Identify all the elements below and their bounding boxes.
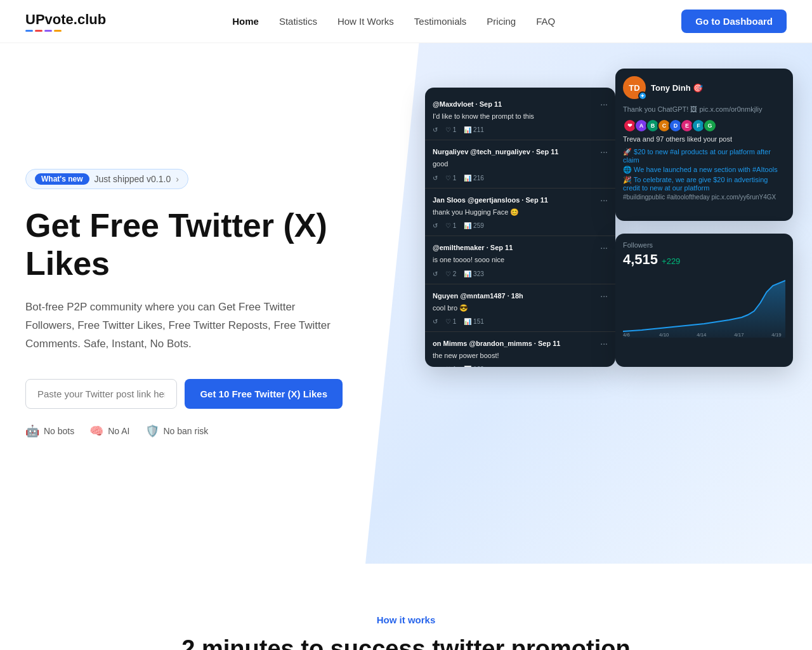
chart-delta: +229: [662, 256, 680, 266]
navbar: UPvote.club Home Statistics How It Works…: [0, 0, 812, 43]
notif-item-3: 🎉 To celebrate, we are give $20 in adver…: [623, 176, 785, 192]
table-row: @Maxdvloet · Sep 11 ··· I'd like to know…: [425, 93, 615, 140]
chart-count: 4,515: [623, 251, 658, 268]
hero-input-row: Get 10 Free Twitter (X) Likes: [25, 379, 343, 409]
chart-area: 4/6 4/10 4/14 4/17 4/19: [623, 274, 785, 338]
robot-icon: 🤖: [25, 424, 39, 438]
how-it-works-section: How it works 2 minutes to success twitte…: [0, 564, 812, 650]
table-row: on Mimms @brandon_mimms · Sep 11 ··· the…: [425, 332, 615, 367]
trust-no-ai: 🧠 No AI: [89, 424, 129, 438]
trust-no-bots-label: No bots: [44, 426, 74, 436]
badge-label: What's new: [35, 173, 89, 185]
shield-icon: 🛡️: [145, 424, 159, 438]
notification-mockup: TD ✦ Tony Dinh 🎯 Thank you ChatGPT! 🖼 pi…: [615, 69, 793, 221]
notif-item-1: 🚀 $20 to new #al products at our platfor…: [623, 148, 785, 164]
twitter-link-input[interactable]: [25, 379, 177, 409]
trust-badges: 🤖 No bots 🧠 No AI 🛡️ No ban risk: [25, 424, 343, 438]
svg-text:4/17: 4/17: [734, 332, 743, 338]
chart-svg: 4/6 4/10 4/14 4/17 4/19: [623, 274, 785, 338]
svg-text:4/6: 4/6: [623, 332, 631, 338]
table-row: Nguyen @mntam1487 · 18h ··· cool bro 😎 ↺…: [425, 284, 615, 332]
ai-icon: 🧠: [89, 424, 103, 438]
trust-no-ban-label: No ban risk: [164, 426, 209, 436]
nav-testimonials[interactable]: Testimonials: [414, 16, 467, 27]
nav-how-it-works[interactable]: How It Works: [337, 16, 394, 27]
notif-likes-text: Treva and 97 others liked your post: [623, 135, 785, 143]
how-it-works-title: 2 minutes to success twitter promotion: [25, 635, 787, 650]
logo-text: UPvote.club: [25, 11, 106, 28]
table-row: Jan Sloos @geertjansloos · Sep 11 ··· th…: [425, 189, 615, 236]
hero-section: What's new Just shipped v0.1.0 › Get Fre…: [0, 43, 812, 564]
notif-item-2: 🌐 We have launched a new section with #A…: [623, 166, 785, 174]
nav-statistics[interactable]: Statistics: [279, 16, 317, 27]
tweet-list: @Maxdvloet · Sep 11 ··· I'd like to know…: [425, 88, 615, 367]
nav-home[interactable]: Home: [232, 16, 259, 27]
chart-label: Followers: [623, 241, 785, 249]
followers-chart-mockup: Followers 4,515 +229: [615, 234, 793, 367]
tweet-list-mockup: @Maxdvloet · Sep 11 ··· I'd like to know…: [425, 88, 615, 367]
notif-name: Tony Dinh 🎯: [651, 83, 703, 93]
hero-description: Bot-free P2P community where you can Get…: [25, 298, 343, 354]
notif-hashtags: #buildingpublic #aitooloftheday pic.x.co…: [623, 194, 785, 201]
go-to-dashboard-button[interactable]: Go to Dashboard: [681, 10, 787, 33]
svg-text:4/19: 4/19: [771, 332, 782, 338]
logo[interactable]: UPvote.club: [25, 11, 106, 32]
nav-faq[interactable]: FAQ: [536, 16, 555, 27]
trust-no-ban: 🛡️ No ban risk: [145, 424, 209, 438]
badge-text: Just shipped v0.1.0: [95, 174, 171, 184]
notif-tweet-text: Thank you ChatGPT! 🖼 pic.x.com/or0nmkjli…: [623, 104, 785, 115]
badge-arrow-icon: ›: [176, 174, 179, 184]
whats-new-badge[interactable]: What's new Just shipped v0.1.0 ›: [25, 169, 188, 189]
nav-links: Home Statistics How It Works Testimonial…: [232, 16, 555, 27]
table-row: Nurgaliyev @tech_nurgaliyev · Sep 11 ···…: [425, 140, 615, 188]
how-it-works-label: How it works: [25, 614, 787, 625]
hero-images: @Maxdvloet · Sep 11 ··· I'd like to know…: [425, 69, 793, 373]
table-row: @emilthemaker · Sep 11 ··· is one toooo!…: [425, 236, 615, 284]
get-likes-button[interactable]: Get 10 Free Twitter (X) Likes: [185, 379, 343, 409]
svg-text:4/10: 4/10: [659, 332, 669, 338]
trust-no-bots: 🤖 No bots: [25, 424, 74, 438]
hero-heading: Get Free Twitter (X) Likes: [25, 207, 343, 283]
svg-text:4/14: 4/14: [697, 332, 707, 338]
nav-pricing[interactable]: Pricing: [487, 16, 516, 27]
hero-content: What's new Just shipped v0.1.0 › Get Fre…: [0, 131, 368, 475]
logo-bar: [25, 30, 106, 32]
trust-no-ai-label: No AI: [108, 426, 129, 436]
